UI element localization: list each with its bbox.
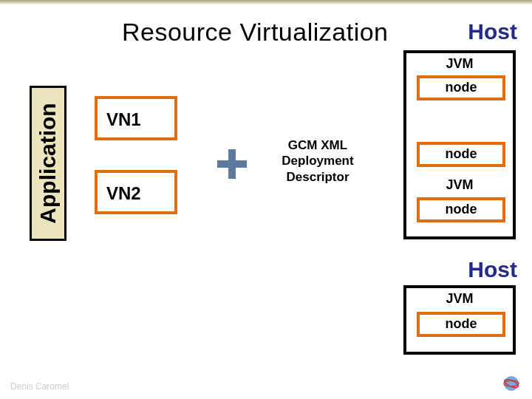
node-box-3: node: [417, 197, 505, 222]
svg-rect-1: [217, 160, 247, 168]
vn1-box: VN1: [95, 96, 177, 140]
vn1-label: VN1: [106, 109, 141, 130]
top-gradient-bar: [0, 0, 532, 4]
gcm-line-2: Deployment: [266, 153, 369, 168]
vn2-box: VN2: [95, 170, 177, 214]
globe-icon: [499, 375, 523, 392]
vn2-label: VN2: [106, 183, 141, 204]
jvm-label-2a: JVM: [406, 291, 513, 307]
host-label-2: Host: [468, 257, 517, 282]
node-label-4: node: [420, 316, 502, 332]
node-box-2: node: [417, 142, 505, 167]
host-label-1: Host: [468, 19, 517, 44]
gcm-descriptor-text: GCM XML Deployment Descriptor: [266, 137, 369, 185]
host-box-1: JVM node node JVM node: [403, 50, 516, 239]
jvm-label-1b: JVM: [406, 177, 513, 193]
jvm-label-1a: JVM: [406, 56, 513, 72]
node-label-2: node: [420, 146, 502, 162]
footer-author: Denis Caromel: [10, 381, 69, 392]
gcm-line-1: GCM XML: [266, 137, 369, 153]
node-box-4: node: [417, 312, 505, 337]
page-title: Resource Virtualization: [122, 18, 389, 47]
node-label-3: node: [420, 202, 502, 217]
node-box-1: node: [417, 75, 505, 100]
application-bar: Application: [30, 86, 66, 241]
host-box-2: JVM node: [403, 285, 516, 355]
application-bar-label: Application: [35, 103, 61, 223]
gcm-line-3: Descriptor: [266, 169, 369, 185]
plus-icon: [216, 148, 248, 180]
node-label-1: node: [420, 80, 502, 95]
